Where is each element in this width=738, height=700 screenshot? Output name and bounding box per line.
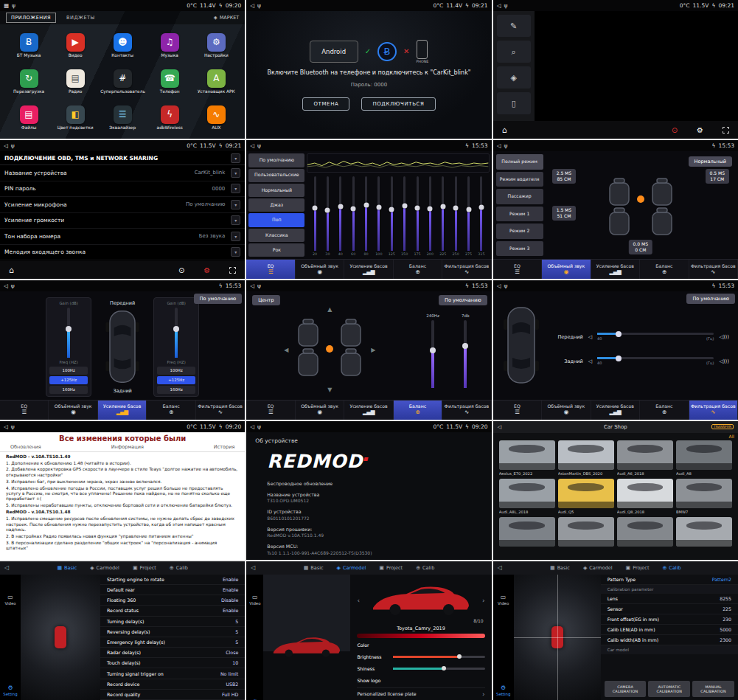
video-button[interactable]: ▭Video	[249, 594, 260, 606]
settings-row[interactable]: Turning delay(s) 5	[100, 617, 245, 627]
settings-row[interactable]: Default rear Enable	[100, 585, 245, 595]
eq-band[interactable]: 40	[334, 176, 347, 256]
car-card[interactable]: BMW7	[676, 479, 732, 514]
eq-band-knob[interactable]	[313, 205, 318, 210]
dropdown-caret[interactable]: ▾	[231, 200, 240, 209]
dropdown-caret[interactable]: ▾	[231, 215, 240, 225]
tab-bass-boost[interactable]: Усиление басов▂▄▆	[344, 260, 393, 279]
tab-calib[interactable]: ⊕Calib	[662, 565, 680, 571]
tab-information[interactable]: Информация	[111, 444, 144, 450]
tab-carmodel[interactable]: ◈Carmodel	[583, 565, 613, 571]
prev-model-icon[interactable]: ‹	[357, 597, 360, 604]
tab-eq[interactable]: EQ☰	[246, 401, 295, 420]
eq-band[interactable]: 200	[424, 176, 436, 256]
sub-slider-knob[interactable]	[462, 343, 468, 349]
edit-list-icon[interactable]: ✎	[497, 15, 531, 37]
tab-surround[interactable]: Объёмный звук◉	[296, 260, 344, 279]
eq-band[interactable]: 150	[398, 176, 411, 256]
rear-gain-knob[interactable]	[173, 326, 179, 332]
car-model-3d[interactable]	[366, 582, 476, 619]
calib-row[interactable]: Lens 8255	[601, 594, 738, 604]
tab-project[interactable]: ▣Project	[379, 565, 403, 571]
eq-band-knob[interactable]	[440, 204, 445, 209]
back-icon[interactable]: ◁	[250, 2, 254, 9]
transfer-badge[interactable]: TRANSFER	[711, 424, 734, 429]
tab-surround[interactable]: Объёмный звук◉	[542, 260, 591, 279]
eq-band[interactable]: 315	[475, 176, 487, 256]
listening-mode[interactable]: Режим водителя	[496, 172, 543, 187]
hotspot-icon[interactable]: ⊙	[178, 266, 184, 274]
tab-balance[interactable]: Баланс⊕	[147, 401, 195, 420]
tab-basic[interactable]: ▦Basic	[550, 565, 570, 571]
tab-balance[interactable]: Баланс⊕	[640, 401, 689, 420]
settings-row[interactable]: Turning signal trigger on No limit	[100, 668, 245, 679]
tab-bass-boost[interactable]: Усиление басов▂▄▆	[591, 401, 640, 420]
settings-row[interactable]: Record status Enable	[100, 606, 245, 616]
eq-band-knob[interactable]	[376, 204, 381, 209]
tab-carmodel[interactable]: ◈Carmodel	[90, 565, 119, 571]
eq-band[interactable]: 275	[462, 176, 475, 256]
tab-balance[interactable]: Баланс⊕	[640, 260, 689, 279]
sub-slider[interactable]: 7db	[462, 313, 470, 387]
back-icon[interactable]: ◁	[251, 564, 255, 571]
delay-front-left[interactable]: 2.5 MS85 CM	[552, 169, 576, 184]
dropdown-caret[interactable]: ▾	[231, 247, 240, 257]
car-card[interactable]	[676, 517, 732, 548]
eq-band-knob[interactable]	[453, 205, 459, 210]
app-shortcut[interactable]: ☻ Контакты	[100, 28, 145, 63]
tab-bass-boost[interactable]: Усиление басов▂▄▆	[98, 401, 147, 420]
eq-preset[interactable]: Пользовательские	[248, 169, 304, 182]
freq-option[interactable]: 160Hz	[49, 386, 88, 394]
app-shortcut[interactable]: ▤ Радио	[54, 64, 97, 99]
trash-icon[interactable]: ▯	[497, 92, 531, 114]
eq-band-knob[interactable]	[363, 202, 369, 207]
car-card[interactable]: Aeolus_E70_2022	[499, 440, 555, 476]
tab-calib[interactable]: ⊕Calib	[170, 565, 188, 571]
settings-row[interactable]: Touch delay(s) 10	[100, 658, 245, 668]
app-shortcut[interactable]: ⚙ Настройки	[195, 28, 237, 63]
eq-band[interactable]: 60	[347, 176, 359, 256]
dropdown-caret[interactable]: ▾	[231, 232, 240, 241]
back-icon[interactable]: ◁	[497, 2, 501, 9]
eq-band[interactable]: 250	[449, 176, 462, 256]
freq-option[interactable]: +125Hz	[49, 376, 88, 384]
car-card[interactable]: Audi_A8L_2018	[499, 479, 555, 514]
settings-row[interactable]: Record device USB2	[100, 679, 245, 690]
tab-surround[interactable]: Объёмный звук◉	[49, 401, 97, 420]
tab-balance[interactable]: Баланс⊕	[394, 401, 442, 420]
back-icon[interactable]: ◁	[497, 283, 501, 289]
eq-band-knob[interactable]	[478, 204, 484, 209]
default-button[interactable]: По умолчанию	[439, 295, 487, 305]
settings-row[interactable]: Floating 360 Disable	[100, 595, 245, 606]
license-plate-link[interactable]: Personalized license plate›	[357, 687, 484, 698]
tab-bass-filter[interactable]: Фильтрация басов∿	[442, 401, 491, 420]
back-icon[interactable]: ◁	[250, 142, 254, 149]
gear-icon[interactable]: ⚙	[697, 126, 703, 134]
back-icon[interactable]: ◁	[498, 424, 501, 430]
back-icon[interactable]: ◁	[250, 283, 254, 289]
gear-icon[interactable]: ⚙	[203, 266, 210, 274]
tab-updates[interactable]: Обновления	[10, 444, 41, 450]
filter-all-label[interactable]: All	[493, 433, 738, 439]
pattern-type-row[interactable]: Pattern Type Pattern2	[601, 575, 738, 585]
tab-carmodel[interactable]: ◈Carmodel	[337, 565, 366, 571]
car-card[interactable]: Audi_Q5	[558, 479, 614, 514]
tab-bass-filter[interactable]: Фильтрация басов∿	[442, 260, 491, 279]
app-shortcut[interactable]: A Установщик АРК	[195, 64, 237, 99]
settings-row[interactable]: Тон набора номера Без звука ▾	[0, 229, 245, 245]
back-icon[interactable]: ◁	[250, 423, 254, 430]
car-card[interactable]: AstonMartin_DBS_2020	[558, 440, 614, 476]
show-logo-row[interactable]: Show logo	[357, 676, 484, 685]
tab-balance[interactable]: Баланс⊕	[394, 260, 442, 279]
calib-row[interactable]: Sensor 225	[601, 604, 738, 614]
connect-button[interactable]: ПОДКЛЮЧИТЬСЯ	[361, 97, 435, 111]
tab-basic[interactable]: ▦Basic	[304, 565, 324, 571]
car-card[interactable]: Audi_A6_2018	[617, 440, 673, 476]
eq-preset[interactable]: Классика	[248, 229, 304, 242]
delay-rear-left[interactable]: 1.5 MS51 CM	[552, 206, 576, 221]
freq-option[interactable]: +125Hz	[157, 376, 195, 384]
app-shortcut[interactable]: ◧ Цвет подсветки	[54, 100, 97, 135]
center-button[interactable]: Центр	[252, 295, 279, 305]
crossover-knob[interactable]	[616, 331, 622, 337]
calib-row[interactable]: Front offset(EG in mm) 230	[601, 614, 738, 625]
